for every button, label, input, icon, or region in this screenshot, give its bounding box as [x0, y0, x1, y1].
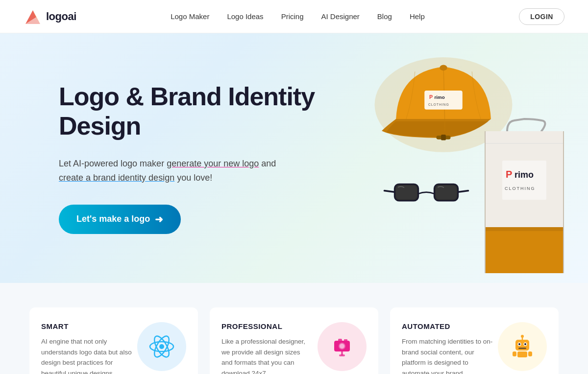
svg-rect-5 — [424, 91, 463, 110]
svg-rect-46 — [528, 351, 532, 356]
hero-subtitle-part3: you love! — [174, 173, 212, 183]
svg-text:rimo: rimo — [435, 94, 445, 100]
robot-icon — [509, 333, 536, 360]
cta-button[interactable]: Let's make a logo ➜ — [59, 205, 181, 234]
svg-rect-12 — [485, 229, 564, 273]
nav-blog[interactable]: Blog — [377, 12, 392, 21]
svg-point-3 — [375, 57, 513, 152]
svg-text:CLOTHING: CLOTHING — [428, 103, 449, 106]
hero-section: Logo & Brand Identity Design Let AI-powe… — [0, 33, 588, 283]
cap-svg: P rimo CLOTHING — [368, 43, 519, 176]
nav-logo-ideas[interactable]: Logo Ideas — [227, 12, 263, 21]
feature-automated-desc: From matching identities to on-brand soc… — [402, 336, 493, 374]
feature-professional-icon-wrap — [318, 322, 367, 371]
feature-smart-title: SMART — [41, 322, 132, 330]
svg-point-4 — [440, 65, 447, 71]
svg-rect-22 — [396, 186, 417, 200]
svg-rect-21 — [394, 184, 418, 201]
logo-text: logoai — [46, 10, 76, 23]
svg-point-38 — [521, 335, 524, 338]
hero-images: P rimo CLOTHING P rimo — [314, 33, 588, 283]
feature-card-smart: SMART AI engine that not only understand… — [29, 307, 198, 374]
hero-cap-image: P rimo CLOTHING — [368, 43, 519, 185]
navbar: logoai Logo Maker Logo Ideas Pricing AI … — [0, 0, 588, 33]
svg-rect-14 — [502, 161, 546, 200]
feature-professional-text: PROFESSIONAL Like a professional designe… — [221, 322, 313, 374]
svg-text:P: P — [429, 94, 433, 100]
svg-point-28 — [159, 344, 164, 349]
svg-point-33 — [340, 344, 344, 349]
cta-label: Let's make a logo — [76, 214, 150, 224]
nav-links: Logo Maker Logo Ideas Pricing AI Designe… — [171, 12, 425, 21]
hero-glasses-image — [382, 175, 470, 219]
svg-point-41 — [518, 343, 520, 345]
nav-ai-designer[interactable]: AI Designer — [321, 12, 359, 21]
nav-pricing[interactable]: Pricing — [281, 12, 304, 21]
svg-rect-35 — [344, 339, 347, 342]
design-icon — [328, 333, 356, 360]
feature-automated-icon-wrap — [498, 322, 547, 371]
svg-text:P: P — [506, 169, 512, 180]
hero-link-create: create a brand identity design — [59, 173, 174, 183]
feature-automated-text: AUTOMATED From matching identities to on… — [402, 322, 493, 374]
feature-smart-desc: AI engine that not only understands logo… — [41, 336, 132, 374]
logo-icon — [24, 7, 42, 26]
hero-title: Logo & Brand Identity Design — [59, 82, 328, 141]
feature-card-professional: PROFESSIONAL Like a professional designe… — [210, 307, 378, 374]
svg-text:rimo: rimo — [514, 170, 534, 180]
feature-automated-title: AUTOMATED — [402, 322, 493, 330]
bag-svg: P rimo CLOTHING — [475, 117, 573, 283]
svg-rect-45 — [513, 351, 516, 356]
feature-smart-text: SMART AI engine that not only understand… — [41, 322, 132, 374]
svg-rect-34 — [338, 339, 342, 342]
hero-link-generate: generate your new logo — [167, 159, 259, 168]
svg-rect-24 — [436, 186, 457, 200]
atom-icon — [148, 333, 175, 360]
nav-logo-maker[interactable]: Logo Maker — [171, 12, 209, 21]
logo-link[interactable]: logoai — [24, 7, 76, 26]
hero-subtitle: Let AI-powered logo maker generate your … — [59, 157, 294, 185]
glasses-svg — [382, 175, 470, 210]
svg-rect-13 — [485, 227, 564, 231]
svg-rect-11 — [485, 131, 564, 244]
feature-card-automated: AUTOMATED From matching identities to on… — [390, 307, 559, 374]
svg-point-42 — [524, 343, 526, 345]
nav-help[interactable]: Help — [410, 12, 425, 21]
login-button[interactable]: LOGIN — [519, 8, 564, 25]
hero-subtitle-part1: Let AI-powered logo maker — [59, 159, 167, 168]
svg-rect-44 — [517, 351, 527, 357]
svg-rect-9 — [436, 136, 450, 140]
svg-rect-43 — [518, 348, 526, 349]
features-section: SMART AI engine that not only understand… — [0, 283, 588, 374]
svg-text:CLOTHING: CLOTHING — [505, 186, 536, 191]
feature-professional-title: PROFESSIONAL — [221, 322, 313, 330]
feature-smart-icon-wrap — [137, 322, 186, 371]
svg-rect-10 — [441, 135, 446, 140]
svg-rect-23 — [434, 184, 458, 201]
hero-content: Logo & Brand Identity Design Let AI-powe… — [59, 82, 328, 234]
feature-professional-desc: Like a professional designer, we provide… — [221, 336, 313, 374]
hero-bag-image: P rimo CLOTHING — [475, 117, 573, 273]
hero-subtitle-part2: and — [259, 159, 276, 168]
cta-arrow-icon: ➜ — [155, 213, 163, 225]
